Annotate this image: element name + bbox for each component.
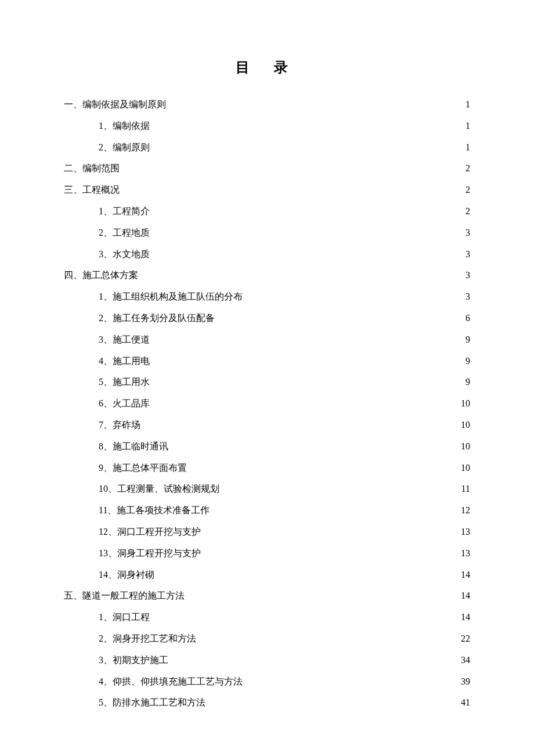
toc-entry-label: 三、工程概况 bbox=[64, 179, 120, 201]
toc-entry: 5、防排水施工工艺和方法 41 bbox=[64, 692, 470, 714]
toc-entry-page: 11 bbox=[461, 478, 470, 500]
toc-entry-label: 1、施工组织机构及施工队伍的分布 bbox=[99, 286, 243, 308]
toc-entry-page: 10 bbox=[461, 436, 470, 458]
toc-entry-label: 3、初期支护施工 bbox=[99, 650, 168, 671]
toc-entry: 5、施工用水 9 bbox=[64, 372, 470, 393]
toc-entry-label: 五、隧道一般工程的施工方法 bbox=[64, 585, 185, 607]
toc-entry-page: 6 bbox=[466, 308, 470, 329]
toc-entry-page: 9 bbox=[466, 372, 470, 393]
toc-entry: 四、施工总体方案 3 bbox=[64, 265, 470, 286]
toc-entry-label: 9、施工总体平面布置 bbox=[99, 458, 187, 479]
toc-entry-page: 10 bbox=[461, 458, 470, 479]
toc-entry-page: 14 bbox=[461, 585, 470, 607]
toc-entry: 3、初期支护施工 34 bbox=[64, 650, 470, 671]
toc-entry: 1、编制依据 1 bbox=[64, 116, 470, 137]
toc-entry: 8、施工临时通讯 10 bbox=[64, 436, 470, 458]
toc-list: 一、编制依据及编制原则 11、编制依据 12、编制原则 1二、编制范围 2三、工… bbox=[64, 94, 470, 714]
toc-entry-page: 3 bbox=[466, 286, 470, 308]
toc-entry-page: 14 bbox=[461, 607, 470, 628]
toc-entry: 2、编制原则 1 bbox=[64, 137, 470, 159]
toc-entry-label: 1、工程简介 bbox=[99, 201, 150, 222]
toc-entry-page: 3 bbox=[466, 244, 470, 265]
toc-entry: 一、编制依据及编制原则 1 bbox=[64, 94, 470, 116]
toc-entry-label: 10、工程测量、试验检测规划 bbox=[99, 478, 219, 500]
toc-entry: 9、施工总体平面布置 10 bbox=[64, 458, 470, 479]
toc-entry-label: 14、洞身衬砌 bbox=[99, 564, 154, 586]
toc-title: 目 录 bbox=[64, 58, 470, 77]
toc-entry-page: 9 bbox=[466, 329, 470, 351]
toc-entry-page: 2 bbox=[466, 179, 470, 201]
toc-entry-label: 1、编制依据 bbox=[99, 116, 150, 137]
toc-entry-label: 2、施工任务划分及队伍配备 bbox=[99, 308, 215, 329]
toc-entry-label: 12、洞口工程开挖与支护 bbox=[99, 521, 201, 543]
toc-entry-label: 一、编制依据及编制原则 bbox=[64, 94, 166, 116]
toc-entry-page: 1 bbox=[466, 137, 470, 159]
toc-entry-label: 5、施工用水 bbox=[99, 372, 150, 393]
toc-entry-page: 22 bbox=[461, 628, 470, 650]
toc-entry-page: 14 bbox=[461, 564, 470, 586]
toc-entry-label: 8、施工临时通讯 bbox=[99, 436, 168, 458]
toc-entry: 五、隧道一般工程的施工方法 14 bbox=[64, 585, 470, 607]
toc-entry-label: 13、洞身工程开挖与支护 bbox=[99, 543, 201, 564]
toc-entry-page: 3 bbox=[466, 265, 470, 286]
toc-entry-label: 2、工程地质 bbox=[99, 222, 150, 244]
toc-entry-label: 四、施工总体方案 bbox=[64, 265, 138, 286]
toc-entry-page: 1 bbox=[466, 94, 470, 116]
toc-entry-page: 39 bbox=[461, 671, 470, 693]
toc-entry-label: 3、水文地质 bbox=[99, 244, 150, 265]
toc-entry-page: 34 bbox=[461, 650, 470, 671]
toc-entry-page: 2 bbox=[466, 158, 470, 179]
toc-entry-page: 9 bbox=[466, 351, 470, 372]
toc-entry-label: 3、施工便道 bbox=[99, 329, 150, 351]
toc-entry: 6、火工品库 10 bbox=[64, 393, 470, 415]
toc-entry-label: 4、施工用电 bbox=[99, 351, 150, 372]
toc-entry: 3、水文地质 3 bbox=[64, 244, 470, 265]
toc-entry: 1、施工组织机构及施工队伍的分布 3 bbox=[64, 286, 470, 308]
toc-entry-label: 2、洞身开挖工艺和方法 bbox=[99, 628, 196, 650]
toc-entry: 11、施工各项技术准备工作 12 bbox=[64, 500, 470, 521]
toc-entry-page: 1 bbox=[466, 116, 470, 137]
toc-entry: 10、工程测量、试验检测规划 11 bbox=[64, 478, 470, 500]
toc-entry-label: 4、仰拱、仰拱填充施工工艺与方法 bbox=[99, 671, 243, 693]
toc-entry: 14、洞身衬砌 14 bbox=[64, 564, 470, 586]
toc-entry-page: 41 bbox=[461, 692, 470, 714]
toc-entry-page: 3 bbox=[466, 222, 470, 244]
toc-entry: 1、工程简介 2 bbox=[64, 201, 470, 222]
toc-entry: 1、洞口工程 14 bbox=[64, 607, 470, 628]
toc-entry-page: 12 bbox=[461, 500, 470, 521]
toc-entry: 二、编制范围 2 bbox=[64, 158, 470, 179]
toc-entry-label: 1、洞口工程 bbox=[99, 607, 150, 628]
toc-entry-page: 2 bbox=[466, 201, 470, 222]
toc-entry-page: 13 bbox=[461, 521, 470, 543]
toc-entry-page: 10 bbox=[461, 393, 470, 415]
toc-entry-label: 11、施工各项技术准备工作 bbox=[99, 500, 210, 521]
toc-entry: 2、施工任务划分及队伍配备 6 bbox=[64, 308, 470, 329]
toc-entry: 4、施工用电 9 bbox=[64, 351, 470, 372]
toc-entry: 三、工程概况 2 bbox=[64, 179, 470, 201]
toc-entry-page: 13 bbox=[461, 543, 470, 564]
toc-entry: 13、洞身工程开挖与支护 13 bbox=[64, 543, 470, 564]
toc-entry: 7、弃砟场 10 bbox=[64, 415, 470, 436]
toc-entry-label: 二、编制范围 bbox=[64, 158, 120, 179]
toc-entry: 4、仰拱、仰拱填充施工工艺与方法 39 bbox=[64, 671, 470, 693]
toc-entry: 2、工程地质 3 bbox=[64, 222, 470, 244]
toc-entry-label: 5、防排水施工工艺和方法 bbox=[99, 692, 205, 714]
toc-entry-label: 7、弃砟场 bbox=[99, 415, 140, 436]
toc-entry-page: 10 bbox=[461, 415, 470, 436]
toc-entry: 2、洞身开挖工艺和方法 22 bbox=[64, 628, 470, 650]
toc-entry: 12、洞口工程开挖与支护 13 bbox=[64, 521, 470, 543]
toc-entry-label: 6、火工品库 bbox=[99, 393, 150, 415]
toc-entry-label: 2、编制原则 bbox=[99, 137, 150, 159]
toc-entry: 3、施工便道 9 bbox=[64, 329, 470, 351]
